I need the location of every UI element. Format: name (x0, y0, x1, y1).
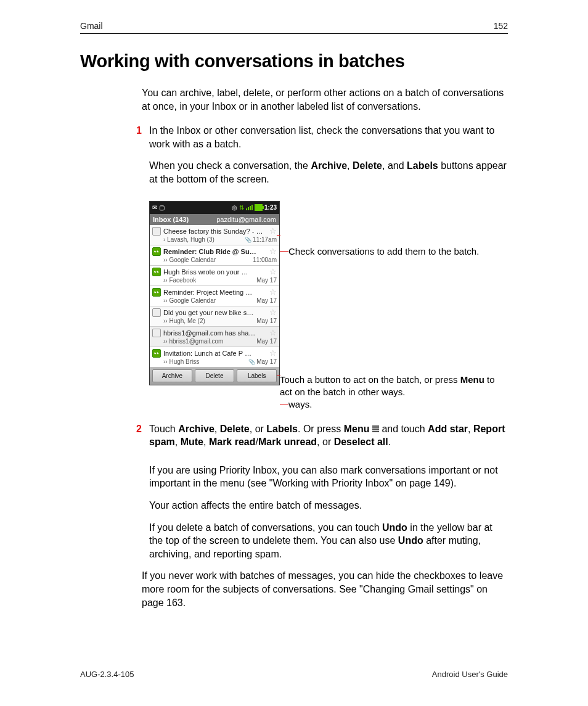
conversation-row[interactable]: Reminder: Project Meeting …☆›› Google Ca… (150, 285, 279, 306)
battery-icon (255, 204, 263, 211)
step-2: 2 Touch Archive, Delete, or Labels. Or p… (133, 422, 508, 458)
step-number: 2 (133, 422, 142, 458)
signal-icon (246, 205, 253, 210)
sender: ›› Hugh Briss (163, 358, 199, 365)
page-footer: AUG-2.3.4-105 Android User's Guide (80, 670, 508, 679)
status-time: 1:23 (264, 204, 277, 211)
intro-paragraph: You can archive, label, delete, or perfo… (142, 86, 508, 113)
status-left-icons: ✉ ▢ (152, 204, 165, 211)
doc-title: Android User's Guide (432, 670, 508, 679)
action-bar: Archive Delete Labels (150, 367, 279, 385)
step-1-follow: When you check a conversation, the Archi… (149, 159, 508, 186)
callout-1: Check conversations to add them to the b… (280, 245, 508, 258)
conversation-row[interactable]: Cheese factory this Sunday? - …☆› Lavash… (150, 225, 279, 245)
inbox-label: Inbox (143) (153, 216, 189, 223)
subject: Hugh Briss wrote on your … (163, 268, 267, 276)
sender: › Lavash, Hugh (3) (163, 236, 214, 243)
star-icon[interactable]: ☆ (269, 268, 277, 276)
page-number: 152 (494, 21, 508, 31)
checkbox[interactable] (152, 349, 161, 358)
status-bar: ✉ ▢ ◎ ⇅ 1:23 (150, 202, 279, 214)
conversation-row[interactable]: Reminder: Club Ride @ Su…☆›› Google Cale… (150, 245, 279, 265)
mail-icon: ✉ (152, 204, 157, 211)
step-1: 1 In the Inbox or other conversation lis… (133, 124, 508, 194)
star-icon[interactable]: ☆ (269, 350, 277, 357)
square-icon: ▢ (159, 204, 165, 211)
star-icon[interactable]: ☆ (269, 309, 277, 316)
timestamp: 11:00am (253, 257, 277, 263)
star-icon[interactable]: ☆ (269, 228, 277, 235)
callout-2: Touch a button to act on the batch, or p… (280, 374, 508, 411)
subject: Reminder: Club Ride @ Su… (163, 248, 267, 255)
step-number: 1 (133, 124, 142, 194)
step-2-text: Touch Archive, Delete, or Labels. Or pre… (149, 422, 508, 449)
callout-line-icon (277, 235, 280, 236)
timestamp: 📎May 17 (248, 358, 277, 365)
followup-3: If you delete a batch of conversations, … (149, 521, 508, 561)
subject: Cheese factory this Sunday? - … (163, 228, 267, 235)
sender: ›› hbriss1@gmail.com (163, 338, 223, 345)
timestamp: May 17 (256, 318, 277, 324)
attachment-icon: 📎 (245, 237, 251, 243)
timestamp: May 17 (256, 277, 277, 284)
phone-screenshot: ✉ ▢ ◎ ⇅ 1:23 Inbox (143) pazditu@gmail.c… (149, 201, 280, 385)
conversation-row[interactable]: Did you get your new bike s…☆›› Hugh, Me… (150, 306, 279, 326)
checkbox[interactable] (152, 268, 161, 276)
sender: ›› Google Calendar (163, 257, 216, 263)
step-1-text: In the Inbox or other conversation list,… (149, 124, 508, 150)
checkbox[interactable] (152, 227, 161, 236)
doc-id: AUG-2.3.4-105 (80, 670, 134, 679)
conversation-row[interactable]: hbriss1@gmail.com has sha…☆›› hbriss1@gm… (150, 326, 279, 347)
figure: ✉ ▢ ◎ ⇅ 1:23 Inbox (143) pazditu@gmail.c… (149, 201, 508, 411)
followup-1: If you are using Priority Inbox, you can… (149, 464, 508, 490)
callout-line-icon (280, 251, 288, 252)
account-email: pazditu@gmail.com (216, 216, 276, 223)
inbox-header: Inbox (143) pazditu@gmail.com (150, 214, 279, 225)
page-title: Working with conversations in batches (80, 51, 508, 72)
conversation-row[interactable]: Invitation: Lunch at Cafe P …☆›› Hugh Br… (150, 347, 279, 367)
attachment-icon: 📎 (248, 359, 255, 365)
checkbox[interactable] (152, 247, 161, 256)
subject: Did you get your new bike s… (163, 309, 267, 316)
data-icon: ⇅ (239, 204, 244, 211)
conversation-row[interactable]: Hugh Briss wrote on your …☆›› FacebookMa… (150, 265, 279, 285)
timestamp: 📎11:17am (245, 236, 277, 243)
delete-button[interactable]: Delete (195, 369, 235, 382)
checkbox[interactable] (152, 308, 161, 317)
section-name: Gmail (80, 21, 103, 31)
figure-callouts: Check conversations to add them to the b… (280, 201, 508, 411)
running-header: Gmail 152 (80, 21, 508, 34)
menu-icon (372, 425, 379, 433)
timestamp: May 17 (256, 338, 277, 345)
gps-icon: ◎ (232, 204, 237, 211)
archive-button[interactable]: Archive (152, 369, 192, 382)
subject: hbriss1@gmail.com has sha… (163, 329, 267, 337)
followup-2: Your action affects the entire batch of … (149, 499, 508, 512)
labels-button[interactable]: Labels (237, 369, 277, 382)
closing-paragraph: If you never work with batches of messag… (142, 569, 508, 609)
star-icon[interactable]: ☆ (269, 329, 277, 337)
timestamp: May 17 (256, 297, 277, 304)
star-icon[interactable]: ☆ (269, 248, 277, 255)
checkbox[interactable] (152, 288, 161, 297)
star-icon[interactable]: ☆ (269, 289, 277, 296)
sender: ›› Facebook (163, 277, 196, 284)
callout-line-icon (280, 404, 288, 404)
sender: ›› Google Calendar (163, 297, 216, 304)
subject: Reminder: Project Meeting … (163, 289, 267, 296)
status-right-icons: ◎ ⇅ 1:23 (232, 204, 277, 211)
checkbox[interactable] (152, 329, 161, 337)
callout-line-icon (277, 376, 280, 376)
subject: Invitation: Lunch at Cafe P … (163, 350, 267, 357)
sender: ›› Hugh, Me (2) (163, 318, 205, 324)
conversation-list: Cheese factory this Sunday? - …☆› Lavash… (150, 225, 279, 367)
